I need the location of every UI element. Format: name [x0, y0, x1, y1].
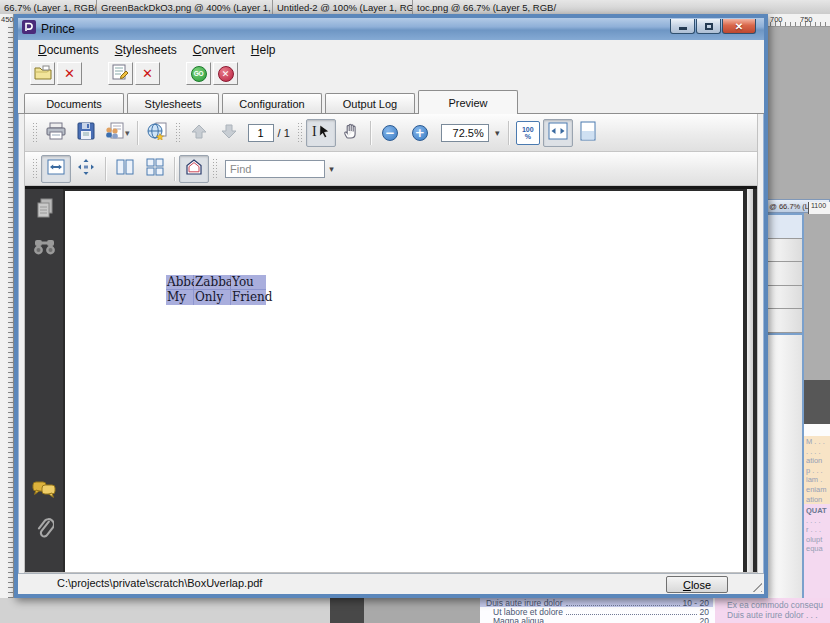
panel-row — [768, 239, 802, 263]
preview-panel: ▾ — [24, 114, 758, 573]
bg-bottom-strip: Duis aute irure dolor 10 - 20 Ut labore … — [0, 598, 830, 623]
toolbar-grip[interactable] — [32, 158, 38, 180]
tab-documents[interactable]: Documents — [24, 93, 124, 113]
fit-width-icon — [547, 121, 569, 144]
bg-dark-band — [330, 598, 364, 623]
ruler-label: 1100 — [811, 202, 826, 209]
page-grid-icon — [145, 158, 165, 179]
menu-stylesheets[interactable]: Stylesheets — [107, 41, 185, 59]
toolbar-grip[interactable] — [297, 122, 303, 144]
binoculars-icon — [33, 246, 56, 261]
separator — [137, 121, 138, 145]
maximize-button[interactable] — [696, 19, 721, 34]
fit-page-button[interactable] — [573, 119, 603, 147]
ps-doc-tab-label: 66.7% (Layer 1, RGB/8) * — [4, 2, 97, 13]
ps-vertical-ruler: 450 — [0, 14, 14, 598]
text-select-cursor-icon: I — [310, 122, 332, 143]
previous-page-button[interactable] — [184, 119, 214, 147]
save-icon — [77, 122, 95, 143]
menu-convert[interactable]: Convert — [185, 41, 243, 59]
resize-grip[interactable] — [749, 579, 762, 592]
page-number-input[interactable] — [248, 124, 274, 142]
edit-stylesheet-icon — [112, 64, 129, 83]
go-icon: GO — [191, 66, 207, 82]
tab-output-log[interactable]: Output Log — [325, 93, 415, 113]
pages-panel-button[interactable] — [31, 197, 58, 224]
tab-stylesheets[interactable]: Stylesheets — [127, 93, 219, 113]
add-stylesheet-button[interactable] — [108, 62, 133, 85]
minimize-button[interactable] — [670, 19, 695, 34]
page-viewport[interactable]: Abba Zabba You My Only Friend — [63, 189, 757, 572]
tab-preview[interactable]: Preview — [418, 90, 518, 114]
print-button[interactable] — [41, 119, 71, 147]
text-fragment: Duis aute irure dolor . . . — [727, 610, 830, 620]
page-icon — [579, 121, 597, 144]
page-total-label: / 1 — [278, 127, 290, 139]
ps-doc-tab-1[interactable]: 66.7% (Layer 1, RGB/8) * × — [0, 0, 97, 14]
add-document-button[interactable] — [30, 62, 55, 85]
export-users-icon — [104, 122, 124, 143]
multi-page-view-button[interactable] — [140, 155, 170, 183]
convert-stop-button[interactable]: ✕ — [213, 62, 238, 85]
window-controls: ✕ — [670, 19, 756, 34]
text-fragment: r . . . — [806, 525, 830, 535]
remove-icon: ✕ — [64, 66, 75, 81]
maximize-icon — [705, 23, 713, 30]
separator — [105, 157, 106, 181]
search-panel-button[interactable] — [31, 235, 58, 262]
menu-help[interactable]: Help — [243, 41, 284, 59]
hand-tool-button[interactable] — [336, 119, 366, 147]
save-button[interactable] — [71, 119, 101, 147]
zoom-100-label: 100 — [522, 126, 534, 133]
fit-page-mode-button[interactable] — [71, 155, 101, 183]
text-select-tool-button[interactable]: I — [306, 119, 336, 147]
two-page-view-button[interactable] — [110, 155, 140, 183]
close-button[interactable]: ✕ — [722, 19, 756, 34]
attachments-panel-button[interactable] — [31, 515, 58, 542]
menu-documents[interactable]: Documents — [30, 41, 107, 59]
zoom-out-button[interactable]: − — [375, 119, 405, 147]
next-page-button[interactable] — [214, 119, 244, 147]
export-button[interactable]: ▾ — [101, 119, 133, 147]
ps-doc-tab-2[interactable]: GreenBackDkO3.png @ 400% (Layer 1, RGB/8… — [97, 0, 273, 14]
stop-icon: ✕ — [218, 66, 234, 82]
main-toolbar: ✕ ✕ GO ✕ — [18, 60, 764, 87]
ps-doc-tab-label: Untitled-2 @ 100% (Layer 1, RGB/8) * — [277, 2, 413, 13]
toolbar-grip[interactable] — [175, 122, 181, 144]
text-fragment: Ex ea commodo consequ — [727, 600, 830, 610]
show-boxes-button[interactable] — [179, 155, 209, 183]
zoom-100-button[interactable]: 100 % — [513, 119, 543, 147]
fit-width-mode-button[interactable] — [41, 155, 71, 183]
find-dropdown-button[interactable]: ▾ — [325, 160, 338, 178]
find-input[interactable] — [225, 160, 325, 178]
bg-window-column — [766, 335, 804, 598]
close-preview-button[interactable]: Close — [666, 576, 728, 593]
tab-configuration[interactable]: Configuration — [222, 93, 322, 113]
panel-row — [768, 309, 802, 333]
toolbar-grip[interactable] — [32, 122, 38, 144]
prince-logo-icon — [22, 20, 36, 38]
pdf-page[interactable]: Abba Zabba You My Only Friend — [65, 191, 743, 572]
toolbar-grip[interactable] — [212, 158, 218, 180]
convert-go-button[interactable]: GO — [186, 62, 211, 85]
separator — [370, 121, 371, 145]
ps-doc-tab-3[interactable]: Untitled-2 @ 100% (Layer 1, RGB/8) * × — [273, 0, 413, 14]
fit-width-button[interactable] — [543, 119, 573, 147]
toc-entry: Magna aliqua 20 — [480, 616, 713, 623]
zoom-in-button[interactable]: + — [405, 119, 435, 147]
ps-doc-tab-label: toc.png @ 66.7% (Layer 5, RGB/ — [417, 2, 556, 13]
layout-toolbar: ▾ — [25, 152, 757, 186]
vertical-scrollbar[interactable] — [747, 189, 753, 572]
titlebar[interactable]: Prince ✕ — [18, 18, 764, 40]
comments-panel-button[interactable] — [31, 477, 58, 504]
ps-horizontal-ruler: 700 750 — [760, 14, 830, 27]
table-cell: My — [166, 290, 194, 305]
remove-document-button[interactable]: ✕ — [57, 62, 82, 85]
toc-entry-page: 20 — [700, 616, 709, 623]
browser-preview-button[interactable] — [142, 119, 172, 147]
remove-stylesheet-button[interactable]: ✕ — [135, 62, 160, 85]
ps-doc-tab-4[interactable]: toc.png @ 66.7% (Layer 5, RGB/ — [413, 0, 830, 14]
zoom-dropdown-button[interactable]: ▾ — [491, 124, 504, 142]
table-cell: Abba — [166, 275, 194, 290]
zoom-level-select[interactable]: 72.5% — [441, 124, 489, 142]
